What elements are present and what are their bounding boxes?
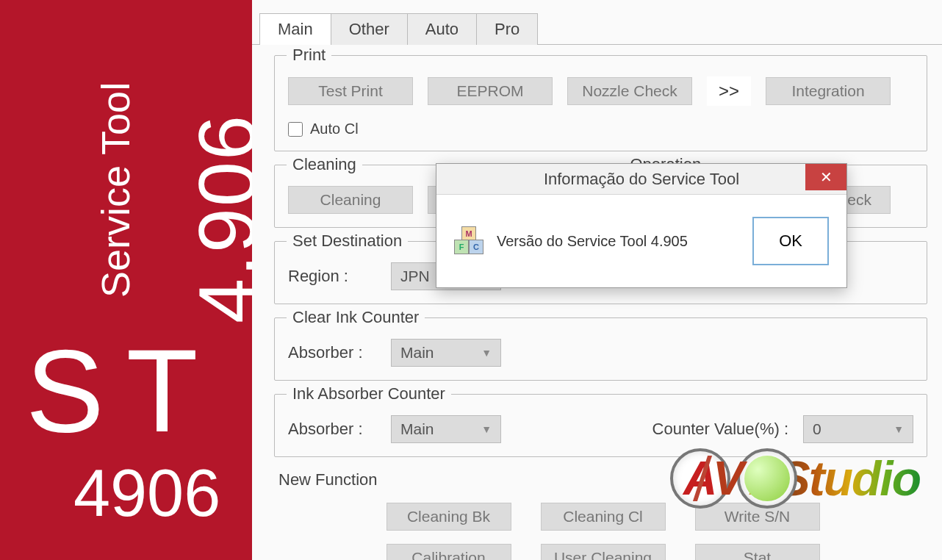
label-absorber-clear: Absorber : (288, 343, 376, 362)
btn-cleaning-bk[interactable]: Cleaning Bk (386, 503, 511, 531)
legend-ink-absorber: Ink Absorber Counter (287, 384, 451, 403)
btn-calibration[interactable]: Calibration (386, 544, 511, 560)
chevron-down-icon: ▼ (481, 423, 492, 435)
logo-letter-v: V (713, 451, 744, 506)
select-absorber-clear-value: Main (400, 344, 434, 362)
group-clear-ink: Clear Ink Counter Absorber : Main ▼ (274, 317, 927, 381)
btn-cleaning-cl[interactable]: Cleaning Cl (541, 503, 666, 531)
logo-circle-a-green: A (737, 448, 797, 509)
dialog-close-button[interactable]: ✕ (805, 164, 846, 190)
dialog-message: Versão do Service Tool 4.905 (497, 233, 688, 250)
select-absorber-ink-value: Main (400, 420, 434, 438)
btn-stat[interactable]: Stat (695, 544, 820, 560)
tab-pro[interactable]: Pro (476, 13, 538, 45)
tab-main[interactable]: Main (259, 13, 331, 45)
legend-cleaning: Cleaning (287, 155, 362, 174)
service-tool-window: Main Other Auto Pro Print Test Print EEP… (252, 0, 942, 560)
dialog-ok-button[interactable]: OK (752, 217, 829, 265)
btn-test-print[interactable]: Test Print (288, 77, 413, 105)
checkbox-auto-cl-label: Auto Cl (310, 121, 359, 137)
select-counter-value-value: 0 (813, 420, 821, 438)
checkbox-auto-cl[interactable]: Auto Cl (288, 121, 359, 137)
btn-more[interactable]: >> (707, 76, 751, 106)
tab-bar: Main Other Auto Pro (252, 13, 942, 45)
select-counter-value[interactable]: 0 ▼ (803, 415, 913, 443)
legend-print: Print (287, 46, 331, 65)
btn-integration[interactable]: Integration (766, 77, 891, 105)
btn-user-cleaning[interactable]: User Cleaning (541, 544, 666, 560)
dialog-title-text: Informação do Service Tool (544, 170, 739, 189)
dialog-service-tool-info: Informação do Service Tool ✕ M F C Versã… (436, 163, 847, 288)
close-icon: ✕ (820, 168, 833, 186)
btn-eeprom[interactable]: EEPROM (428, 77, 553, 105)
legend-set-destination: Set Destination (287, 231, 408, 251)
btn-cleaning[interactable]: Cleaning (288, 186, 413, 214)
title-banner: Service Tool 4.906 ST 4906 (0, 0, 252, 560)
checkbox-auto-cl-input[interactable] (288, 122, 303, 137)
tab-auto[interactable]: Auto (407, 13, 477, 45)
label-absorber-ink: Absorber : (288, 420, 376, 439)
chevron-down-icon: ▼ (481, 347, 492, 359)
group-print: Print Test Print EEPROM Nozzle Check >> … (274, 55, 927, 151)
label-region: Region : (288, 267, 376, 286)
dialog-title-bar[interactable]: Informação do Service Tool ✕ (436, 164, 846, 195)
mfc-blocks-icon: M F C (454, 226, 483, 256)
banner-line1: Service Tool (93, 82, 138, 298)
banner-big: ST (26, 323, 220, 459)
tab-other[interactable]: Other (331, 13, 408, 45)
select-absorber-clear[interactable]: Main ▼ (391, 339, 501, 367)
banner-small: 4906 (73, 456, 220, 531)
ava-studio-logo: A V A Studio (670, 448, 920, 509)
label-counter-value: Counter Value(%) : (652, 420, 788, 439)
select-region-value: JPN (400, 268, 430, 285)
btn-nozzle-check[interactable]: Nozzle Check (567, 77, 692, 105)
legend-clear-ink: Clear Ink Counter (287, 308, 425, 327)
chevron-down-icon: ▼ (894, 423, 904, 435)
select-absorber-ink[interactable]: Main ▼ (391, 415, 501, 443)
logo-text-studio: Studio (778, 450, 920, 506)
